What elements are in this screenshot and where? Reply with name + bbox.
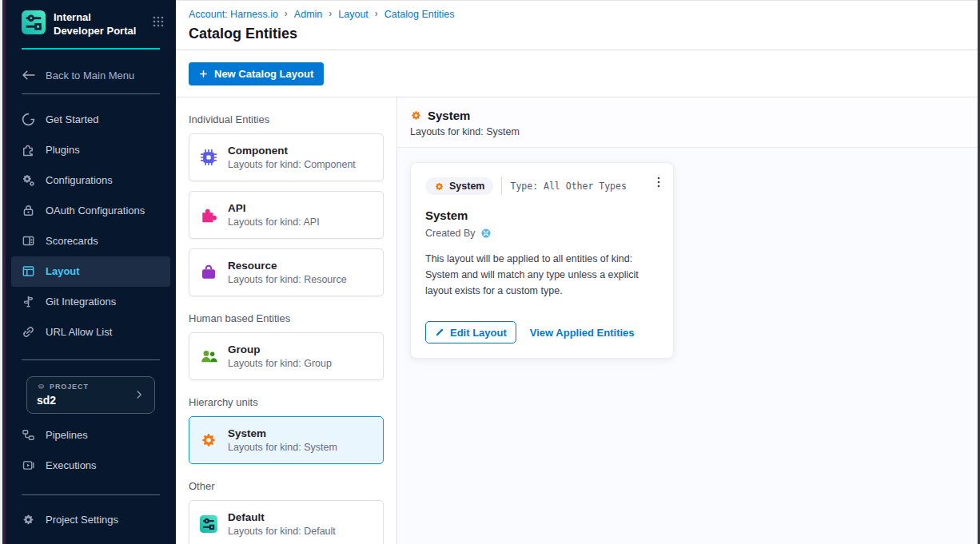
entity-card-component[interactable]: ComponentLayouts for kind: Component — [189, 133, 384, 181]
sidebar-item-pipelines[interactable]: Pipelines — [11, 420, 170, 451]
entity-desc: Layouts for kind: Default — [228, 526, 336, 537]
sidebar-item-url-allow-list[interactable]: URL Allow List — [11, 317, 170, 347]
screen-edge-accent — [2, 0, 6, 544]
main-area: Account: Harness.io›Admin›Layout›Catalog… — [176, 0, 978, 544]
sidebar-item-git-integrations[interactable]: Git Integrations — [11, 287, 170, 317]
page-header: Account: Harness.io›Admin›Layout›Catalog… — [176, 1, 978, 50]
entity-section: OtherDefaultLayouts for kind: Default — [189, 480, 384, 544]
entity-card-default[interactable]: DefaultLayouts for kind: Default — [189, 500, 384, 544]
project-nav: PipelinesExecutions — [6, 420, 176, 481]
divider — [22, 93, 160, 94]
project-label: PROJECT — [50, 383, 89, 391]
breadcrumb-separator: › — [375, 8, 378, 19]
back-arrow-icon — [22, 69, 36, 81]
system-gear-icon — [434, 181, 444, 192]
view-applied-entities-link[interactable]: View Applied Entities — [530, 327, 635, 339]
new-catalog-layout-button[interactable]: New Catalog Layout — [189, 62, 324, 85]
teal-divider — [22, 48, 160, 50]
entity-desc: Layouts for kind: Resource — [228, 274, 347, 285]
app-title: Internal Developer Portal — [54, 10, 144, 38]
section-title: Individual Entities — [189, 113, 384, 125]
sidebar-item-configurations[interactable]: Configurations — [11, 165, 170, 196]
project-label-row: PROJECT — [37, 383, 133, 391]
entity-card-system[interactable]: SystemLayouts for kind: System — [189, 416, 384, 464]
sidebar-item-label: Configurations — [46, 174, 113, 186]
breadcrumb-separator: › — [285, 8, 288, 19]
module-grid-icon[interactable] — [152, 15, 165, 28]
configurations-icon — [22, 173, 35, 187]
breadcrumb-item[interactable]: Account: Harness.io — [189, 9, 278, 20]
sidebar-item-layout[interactable]: Layout — [11, 256, 170, 287]
idp-logo-icon — [200, 515, 217, 533]
entity-card-text: APILayouts for kind: API — [228, 202, 320, 228]
sidebar-item-label: Layout — [46, 265, 80, 277]
sidebar-item-label: Get Started — [46, 113, 98, 125]
entity-desc: Layouts for kind: Component — [228, 159, 356, 170]
sidebar-item-scorecards[interactable]: Scorecards — [11, 226, 170, 256]
entity-card-api[interactable]: APILayouts for kind: API — [189, 191, 384, 239]
entity-name: Group — [228, 343, 332, 355]
sidebar-item-oauth-configurations[interactable]: OAuth Configurations — [11, 196, 170, 226]
entity-desc: Layouts for kind: System — [228, 442, 337, 453]
entity-card-group[interactable]: GroupLayouts for kind: Group — [189, 332, 384, 380]
project-selector[interactable]: PROJECT sd2 — [26, 376, 155, 414]
entity-section: Human based EntitiesGroupLayouts for kin… — [189, 312, 384, 380]
section-title: Other — [189, 480, 384, 492]
scorecards-icon — [22, 234, 35, 248]
entity-name: API — [228, 202, 320, 214]
entity-name: Resource — [228, 260, 347, 272]
back-to-main-menu[interactable]: Back to Main Menu — [6, 69, 176, 81]
sidebar-item-project-settings[interactable]: Project Settings — [11, 505, 170, 535]
system-gear-icon — [410, 109, 422, 121]
edit-layout-label: Edit Layout — [450, 327, 507, 339]
sidebar-item-label: Executions — [46, 459, 97, 471]
entity-name: Default — [228, 511, 336, 523]
entity-card-text: DefaultLayouts for kind: Default — [228, 511, 336, 537]
edit-layout-button[interactable]: Edit Layout — [425, 321, 516, 343]
sidebar-item-plugins[interactable]: Plugins — [11, 135, 170, 165]
link-icon — [22, 325, 35, 339]
layout-actions: Edit Layout View Applied Entities — [425, 321, 659, 343]
entity-section: Hierarchy unitsSystemLayouts for kind: S… — [189, 396, 384, 464]
layout-icon — [22, 264, 35, 278]
plus-icon — [199, 69, 208, 78]
kind-badge-label: System — [449, 181, 484, 192]
entity-card-resource[interactable]: ResourceLayouts for kind: Resource — [189, 248, 384, 296]
pipelines-icon — [22, 428, 35, 442]
action-bar: New Catalog Layout — [176, 50, 978, 97]
sidebar-item-label: OAuth Configurations — [46, 204, 145, 216]
sidebar-item-label: Git Integrations — [46, 296, 116, 308]
gear-icon — [200, 431, 217, 449]
sidebar-item-executions[interactable]: Executions — [11, 451, 170, 481]
entity-section: Individual EntitiesComponentLayouts for … — [189, 113, 384, 296]
kebab-menu-icon[interactable] — [652, 176, 665, 189]
sidebar: Internal Developer Portal Back to Main M… — [6, 0, 176, 544]
new-catalog-layout-label: New Catalog Layout — [214, 68, 313, 80]
sidebar-header: Internal Developer Portal — [6, 0, 176, 38]
breadcrumb-item[interactable]: Admin — [294, 9, 322, 20]
kind-subtitle: Layouts for kind: System — [410, 126, 965, 137]
entity-desc: Layouts for kind: API — [228, 216, 320, 228]
divider — [22, 359, 160, 360]
section-title: Hierarchy units — [189, 396, 384, 408]
kind-title: System — [428, 109, 470, 122]
entity-name: System — [228, 427, 337, 439]
section-title: Human based Entities — [189, 312, 384, 324]
get-started-icon — [22, 113, 35, 126]
git-icon — [22, 295, 35, 308]
breadcrumb-item[interactable]: Layout — [338, 9, 368, 20]
sidebar-item-label: Scorecards — [46, 235, 98, 247]
sidebar-item-label: Project Settings — [46, 514, 118, 526]
entity-name: Component — [228, 145, 356, 157]
layout-card-top: System Type: All Other Types — [425, 177, 659, 195]
sidebar-item-get-started[interactable]: Get Started — [11, 105, 170, 135]
breadcrumb-item[interactable]: Catalog Entities — [384, 9, 455, 20]
oauth-icon — [22, 204, 35, 217]
group-icon — [200, 347, 217, 365]
executions-icon — [22, 459, 35, 472]
content-row: Individual EntitiesComponentLayouts for … — [176, 97, 978, 544]
project-info: PROJECT sd2 — [37, 383, 133, 407]
created-by-row: Created By — [425, 228, 659, 239]
puzzle-icon — [200, 206, 217, 224]
layout-title: System — [425, 208, 659, 222]
